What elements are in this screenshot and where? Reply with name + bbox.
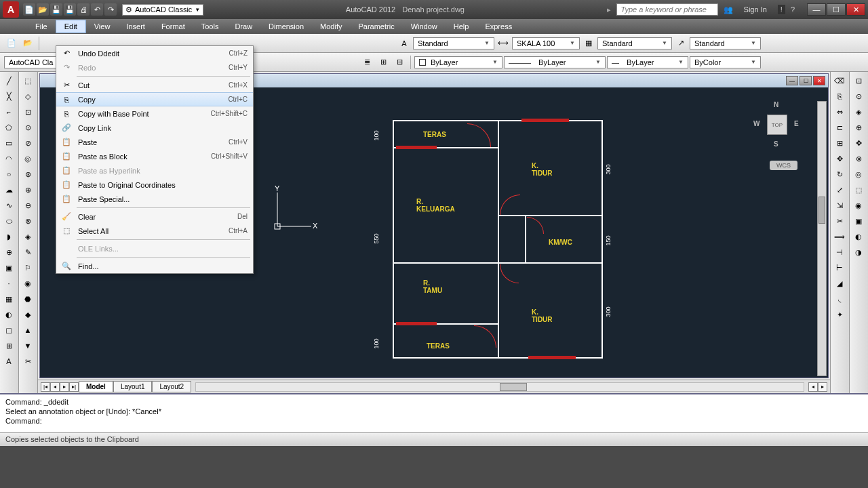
tool-icon[interactable]: ▼ [20, 338, 35, 353]
tool-icon[interactable]: ◎ [20, 151, 35, 166]
layer-iso-icon[interactable]: ⊞ [376, 55, 391, 70]
circle-icon[interactable]: ○ [1, 167, 16, 182]
undo-icon[interactable]: ↶ [91, 3, 103, 16]
tool-icon[interactable]: ⚐ [20, 260, 35, 275]
revcloud-icon[interactable]: ☁ [1, 182, 16, 197]
tool-icon[interactable]: ◆ [20, 307, 35, 322]
array-icon[interactable]: ⊞ [832, 136, 847, 150]
menu-item-copy-with-base-point[interactable]: ⎘Copy with Base PointCtrl+Shift+C [56, 106, 253, 121]
plotstyle-combo[interactable]: ByColor▼ [690, 56, 761, 68]
mleader-icon[interactable]: ↗ [673, 36, 688, 51]
tool-icon[interactable]: ⬣ [20, 291, 35, 306]
tool-icon[interactable]: ⊗ [20, 214, 35, 228]
exchange-icon[interactable]: ! [778, 5, 785, 14]
linetype-combo[interactable]: ——— ByLayer▼ [504, 56, 606, 68]
extend-icon[interactable]: ⟹ [832, 229, 847, 244]
command-line[interactable]: Command: _ddedit Select an annotation ob… [0, 393, 868, 432]
sign-in-button[interactable]: Sign In [738, 4, 772, 15]
workspace-selector[interactable]: ⚙AutoCAD Classic▼ [122, 4, 203, 16]
mleader-style-combo[interactable]: Standard▼ [690, 37, 761, 49]
menu-help[interactable]: Help [446, 20, 477, 33]
insert-icon[interactable]: ⊕ [1, 245, 16, 260]
scroll-right-icon[interactable]: ▸ [818, 382, 827, 392]
menu-item-cut[interactable]: ✂CutCtrl+X [56, 78, 253, 92]
spline-icon[interactable]: ∿ [1, 198, 16, 213]
chamfer-icon[interactable]: ◢ [832, 276, 847, 291]
copy-icon[interactable]: ⎘ [832, 89, 847, 104]
tool-icon[interactable]: ⊙ [851, 89, 866, 104]
app-logo[interactable]: A [3, 1, 19, 18]
menu-item-clear[interactable]: 🧹ClearDel [56, 209, 253, 224]
tab-model[interactable]: Model [79, 381, 113, 392]
dim-icon[interactable]: ⟷ [496, 36, 511, 51]
tab-first-icon[interactable]: |◂ [41, 382, 50, 392]
tool-icon[interactable]: ⊙ [20, 120, 35, 135]
scale-icon[interactable]: ⤢ [832, 182, 847, 197]
doc-close-icon[interactable]: ✕ [813, 76, 825, 85]
menu-item-paste-special-[interactable]: 📋Paste Special... [56, 192, 253, 206]
hatch-icon[interactable]: ▦ [1, 291, 16, 306]
tool-icon[interactable]: ✥ [851, 136, 866, 150]
tool-icon[interactable]: ◈ [20, 229, 35, 244]
infocenter-icon[interactable]: 👥 [724, 5, 733, 14]
redo-icon[interactable]: ↷ [104, 3, 117, 16]
move-icon[interactable]: ✥ [832, 151, 847, 166]
text-style-combo[interactable]: Standard▼ [413, 37, 494, 49]
menu-item-find-[interactable]: 🔍Find... [56, 259, 253, 273]
menu-item-paste-as-block[interactable]: 📋Paste as BlockCtrl+Shift+V [56, 149, 253, 163]
tool-icon[interactable]: ▣ [851, 214, 866, 228]
region-icon[interactable]: ▢ [1, 323, 16, 338]
minimize-icon[interactable]: — [807, 3, 826, 16]
lineweight-combo[interactable]: — ByLayer▼ [607, 56, 688, 68]
tool-icon[interactable]: ◉ [20, 276, 35, 291]
doc-minimize-icon[interactable]: — [786, 76, 798, 85]
polygon-icon[interactable]: ⬠ [1, 120, 16, 135]
doc-maximize-icon[interactable]: ☐ [800, 76, 812, 85]
arc-icon[interactable]: ◠ [1, 151, 16, 166]
menu-item-paste[interactable]: 📋PasteCtrl+V [56, 135, 253, 149]
explode-icon[interactable]: ✦ [832, 307, 847, 322]
vertical-scrollbar[interactable] [817, 101, 827, 376]
ellipse-icon[interactable]: ⬭ [1, 214, 16, 228]
break-icon[interactable]: ⊣ [832, 245, 847, 260]
trim-icon[interactable]: ✂ [832, 214, 847, 228]
xline-icon[interactable]: ╳ [1, 89, 16, 104]
menu-edit[interactable]: Edit [56, 20, 86, 33]
menu-parametric[interactable]: Parametric [350, 20, 402, 33]
menu-item-copy[interactable]: ⎘CopyCtrl+C [56, 92, 253, 106]
menu-modify[interactable]: Modify [312, 20, 350, 33]
layer-state-icon[interactable]: ≣ [359, 55, 374, 70]
menu-dimension[interactable]: Dimension [260, 20, 312, 33]
scroll-left-icon[interactable]: ◂ [808, 382, 818, 392]
tool-icon[interactable]: ◇ [20, 89, 35, 104]
tool-icon[interactable]: ⬚ [20, 73, 35, 88]
view-cube[interactable]: TOP N S E W [753, 101, 801, 148]
close-icon[interactable]: ✕ [846, 3, 865, 16]
fillet-icon[interactable]: ◟ [832, 291, 847, 306]
tool-icon[interactable]: ◎ [851, 167, 866, 182]
menu-window[interactable]: Window [403, 20, 446, 33]
tool-icon[interactable]: ⊕ [851, 120, 866, 135]
rectangle-icon[interactable]: ▭ [1, 136, 16, 150]
maximize-icon[interactable]: ☐ [827, 3, 846, 16]
tool-icon[interactable]: ⊡ [851, 73, 866, 88]
table-icon[interactable]: ⊞ [1, 338, 16, 353]
table-style-icon[interactable]: ▦ [581, 36, 596, 51]
tool-icon[interactable]: ⬚ [851, 182, 866, 197]
annotation-icon[interactable]: A [397, 36, 412, 51]
table-style-combo[interactable]: Standard▼ [597, 37, 672, 49]
tab-last-icon[interactable]: ▸| [69, 382, 79, 392]
line-icon[interactable]: ╱ [1, 73, 16, 88]
menu-item-paste-to-original-coordinates[interactable]: 📋Paste to Original Coordinates [56, 178, 253, 192]
menu-item-undo-ddedit[interactable]: ↶Undo DdeditCtrl+Z [56, 46, 253, 60]
tool-icon[interactable]: ◑ [851, 245, 866, 260]
menu-format[interactable]: Format [153, 20, 193, 33]
tool-icon[interactable]: ⊖ [20, 198, 35, 213]
search-input[interactable] [616, 3, 718, 16]
rotate-icon[interactable]: ↻ [832, 167, 847, 182]
menu-draw[interactable]: Draw [226, 20, 260, 33]
erase-icon[interactable]: ⌫ [832, 73, 847, 88]
tool-icon[interactable]: ◐ [851, 229, 866, 244]
menu-insert[interactable]: Insert [118, 20, 153, 33]
menu-tools[interactable]: Tools [193, 20, 227, 33]
